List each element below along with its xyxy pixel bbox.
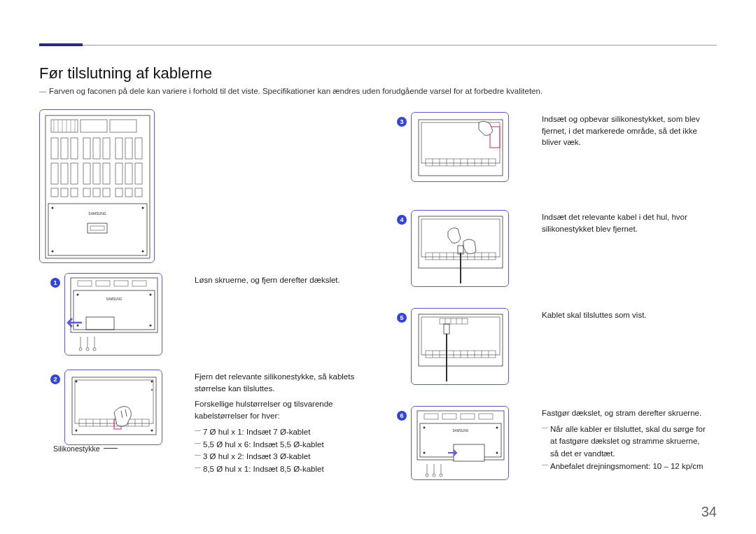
step-6-line1: Fastgør dækslet, og stram derefter skrue…	[542, 407, 708, 419]
svg-point-137	[496, 427, 498, 429]
step-5-badge: 5	[397, 313, 407, 323]
svg-rect-12	[71, 138, 78, 159]
svg-rect-22	[83, 163, 90, 184]
step-2-line2: Forskellige hulstørrelser og tilsvarende…	[195, 398, 356, 421]
svg-rect-16	[115, 138, 122, 159]
svg-rect-10	[51, 138, 58, 159]
svg-point-54	[150, 325, 152, 327]
svg-rect-1	[51, 120, 78, 132]
svg-text:SAMSUNG: SAMSUNG	[88, 211, 106, 216]
diagram-product-back: SAMSUNG	[39, 109, 155, 263]
svg-rect-35	[125, 188, 132, 197]
svg-rect-24	[103, 163, 110, 184]
step-4-badge: 4	[397, 215, 407, 225]
svg-rect-23	[93, 163, 100, 184]
svg-rect-15	[103, 138, 110, 159]
svg-rect-132	[442, 414, 456, 419]
diagram-step-2	[64, 370, 162, 445]
svg-rect-46	[78, 281, 92, 286]
svg-rect-141	[454, 444, 484, 461]
svg-rect-44	[90, 226, 104, 230]
page-number: 34	[701, 504, 717, 520]
svg-rect-30	[71, 188, 78, 197]
step-2-bullet-2: 5,5 Ø hul x 6: Indsæt 5,5 Ø-kablet	[195, 439, 356, 451]
svg-rect-28	[51, 188, 58, 197]
step-1-text: Løsn skruerne, og fjern derefter dækslet…	[195, 274, 349, 286]
svg-rect-131	[424, 414, 438, 419]
step-2-line1: Fjern det relevante silikonestykke, så k…	[195, 371, 356, 394]
svg-rect-34	[115, 188, 122, 197]
silicone-callout: Silikonestykke	[53, 444, 100, 453]
svg-rect-123	[444, 324, 449, 334]
svg-rect-11	[61, 138, 68, 159]
diagram-step-5	[411, 308, 509, 385]
svg-rect-134	[479, 414, 493, 419]
step-2-bullet-1: 7 Ø hul x 1: Indsæt 7 Ø-kablet	[195, 426, 356, 439]
step-6-bullet-1: Når alle kabler er tilsluttet, skal du s…	[542, 423, 708, 461]
svg-rect-133	[461, 414, 475, 419]
svg-point-139	[496, 452, 498, 454]
step-4-text: Indsæt det relevante kabel i det hul, hv…	[542, 211, 703, 234]
svg-rect-13	[83, 138, 90, 159]
svg-point-63	[93, 348, 96, 351]
svg-rect-3	[110, 120, 136, 132]
svg-rect-20	[61, 163, 68, 184]
diagram-step-1: SAMSUNG	[64, 273, 162, 356]
header-accent	[39, 43, 83, 46]
step-2-badge: 2	[50, 374, 60, 384]
svg-rect-125	[440, 318, 468, 324]
silicone-callout-line	[104, 448, 118, 449]
svg-point-51	[77, 294, 79, 296]
svg-rect-29	[61, 188, 68, 197]
svg-text:SAMSUNG: SAMSUNG	[106, 297, 122, 301]
svg-rect-56	[86, 317, 114, 330]
svg-rect-112	[421, 317, 500, 355]
svg-rect-18	[135, 138, 142, 159]
svg-point-65	[76, 381, 78, 383]
svg-point-41	[142, 251, 144, 253]
step-2-bullet-4: 8,5 Ø hul x 1: Indsæt 8,5 Ø-kablet	[195, 463, 356, 476]
svg-point-67	[76, 430, 78, 432]
svg-rect-14	[93, 138, 100, 159]
diagram-step-4	[411, 210, 509, 287]
svg-point-144	[426, 474, 428, 477]
step-1-badge: 1	[50, 278, 60, 288]
svg-rect-31	[83, 188, 90, 197]
step-6-badge: 6	[397, 411, 407, 421]
svg-text:SAMSUNG: SAMSUNG	[453, 429, 469, 433]
step-6-bullet-2: Anbefalet drejningsmoment: 10 – 12 kp/cm	[542, 461, 708, 473]
svg-point-38	[52, 207, 54, 209]
svg-rect-2	[80, 120, 107, 132]
svg-point-146	[433, 474, 435, 477]
svg-rect-49	[132, 281, 146, 286]
svg-point-68	[151, 430, 153, 432]
svg-point-148	[440, 474, 442, 477]
svg-point-40	[52, 251, 54, 253]
svg-rect-26	[125, 163, 132, 184]
svg-point-52	[150, 294, 152, 296]
svg-point-53	[77, 325, 79, 327]
svg-point-138	[424, 452, 426, 454]
diagram-step-6: SAMSUNG	[411, 406, 509, 480]
svg-rect-36	[135, 188, 142, 197]
svg-rect-33	[103, 188, 110, 197]
svg-rect-48	[114, 281, 128, 286]
svg-point-39	[142, 207, 144, 209]
svg-rect-0	[46, 115, 150, 258]
svg-rect-17	[125, 138, 132, 159]
page-subtitle: Farven og faconen på dele kan variere i …	[39, 87, 542, 95]
page-title: Før tilslutning af kablerne	[39, 64, 212, 83]
step-2-bullet-3: 3 Ø hul x 2: Indsæt 3 Ø-kablet	[195, 451, 356, 463]
step-3-text: Indsæt og opbevar silikonestykket, som b…	[542, 113, 703, 148]
svg-point-136	[424, 427, 426, 429]
step-3-badge: 3	[397, 117, 407, 127]
svg-rect-19	[51, 163, 58, 184]
diagram-step-3	[411, 112, 509, 182]
svg-rect-47	[96, 281, 110, 286]
header-rule	[39, 45, 717, 45]
svg-point-59	[79, 348, 82, 351]
step-6-text: Fastgør dækslet, og stram derefter skrue…	[542, 407, 708, 473]
svg-point-83	[151, 389, 153, 391]
svg-rect-25	[115, 163, 122, 184]
svg-point-61	[86, 348, 89, 351]
